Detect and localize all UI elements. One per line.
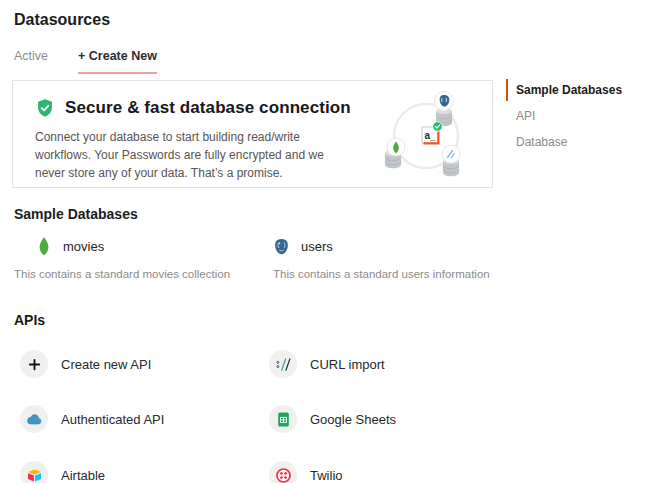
api-item-curl-import[interactable]: CURL import bbox=[269, 350, 385, 378]
sample-databases-heading: Sample Databases bbox=[14, 206, 138, 222]
sample-db-description: This contains a standard movies collecti… bbox=[14, 268, 230, 280]
postgresql-icon bbox=[273, 238, 290, 255]
nav-item-database[interactable]: Database bbox=[506, 131, 646, 153]
api-item-airtable[interactable]: Airtable bbox=[20, 461, 105, 483]
mongodb-icon bbox=[36, 237, 52, 255]
api-item-google-sheets[interactable]: Google Sheets bbox=[269, 405, 396, 433]
sample-db-users[interactable]: users This contains a standard users inf… bbox=[273, 234, 490, 280]
airtable-icon bbox=[20, 461, 48, 483]
datasource-type-nav: Sample Databases API Database bbox=[506, 79, 646, 157]
hero-description: Connect your database to start building … bbox=[35, 128, 357, 182]
tab-create-new[interactable]: + Create New bbox=[78, 49, 157, 74]
sample-db-description: This contains a standard users informati… bbox=[273, 268, 490, 280]
api-item-label: Google Sheets bbox=[310, 412, 396, 427]
secure-connection-banner: Secure & fast database connection Connec… bbox=[12, 80, 493, 188]
cloud-icon bbox=[20, 405, 48, 433]
api-item-twilio[interactable]: Twilio bbox=[269, 461, 343, 483]
api-item-label: Authenticated API bbox=[61, 412, 164, 427]
api-item-create-new[interactable]: Create new API bbox=[20, 350, 151, 378]
nav-item-sample-databases[interactable]: Sample Databases bbox=[506, 79, 646, 101]
nav-item-api[interactable]: API bbox=[506, 105, 646, 127]
plus-icon bbox=[20, 350, 48, 378]
api-item-label: CURL import bbox=[310, 357, 385, 372]
sample-db-name: movies bbox=[63, 239, 104, 254]
page-title: Datasources bbox=[14, 11, 110, 29]
sample-db-movies[interactable]: movies This contains a standard movies c… bbox=[14, 234, 230, 280]
tab-bar: Active + Create New bbox=[14, 49, 157, 74]
tab-active-datasources[interactable]: Active bbox=[14, 49, 48, 74]
api-item-label: Create new API bbox=[61, 357, 151, 372]
curl-icon bbox=[269, 350, 297, 378]
apis-heading: APIs bbox=[14, 312, 45, 328]
api-item-label: Airtable bbox=[61, 468, 105, 483]
sample-db-name: users bbox=[301, 239, 333, 254]
datasources-page: Datasources Active + Create New Secure &… bbox=[0, 0, 650, 483]
database-connection-illustration: a_ bbox=[373, 86, 487, 186]
svg-text:a_: a_ bbox=[425, 130, 437, 141]
shield-check-icon bbox=[35, 98, 55, 118]
hero-title: Secure & fast database connection bbox=[65, 98, 351, 118]
api-item-label: Twilio bbox=[310, 468, 343, 483]
twilio-icon bbox=[269, 461, 297, 483]
api-item-authenticated-api[interactable]: Authenticated API bbox=[20, 405, 164, 433]
google-sheets-icon bbox=[269, 405, 297, 433]
